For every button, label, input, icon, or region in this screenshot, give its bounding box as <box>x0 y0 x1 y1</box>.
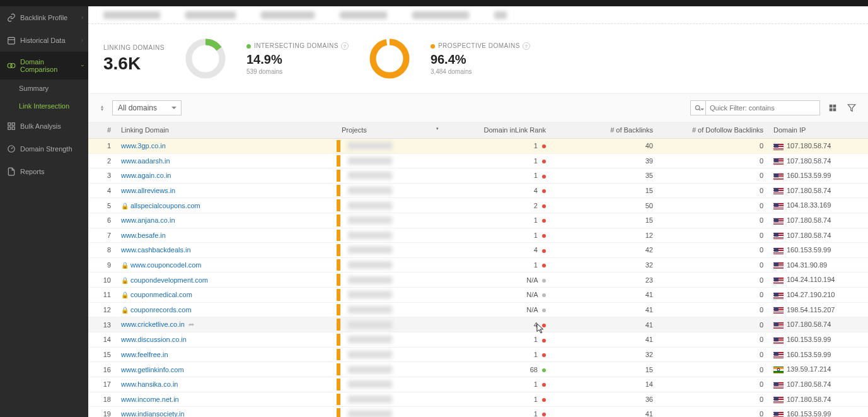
table-row[interactable]: 1www.3gp.co.in1 400107.180.58.74 <box>88 139 868 154</box>
table-toolbar: ▴▾ All domains <box>88 93 868 122</box>
row-domain: www.feelfree.in <box>116 347 337 362</box>
col-backlinks[interactable]: # of Backlinks <box>551 122 658 139</box>
linking-donut-chart <box>183 37 228 81</box>
table-row[interactable]: 8www.cashbackdeals.in4 420160.153.59.99 <box>88 243 868 258</box>
col-inlink-rank[interactable]: Domain inLink Rank <box>444 122 551 139</box>
table-row[interactable]: 2www.aadarsh.in1 390107.180.58.74 <box>88 153 868 168</box>
flag-icon <box>773 173 784 180</box>
row-index: 10 <box>88 273 116 288</box>
summary-stats: LINKING DOMAINS 3.6K INTERSECTING DOMAIN… <box>88 24 868 93</box>
svg-rect-6 <box>8 127 11 129</box>
table-row[interactable]: 3www.again.co.in1 350160.153.59.99 <box>88 168 868 184</box>
sidebar-item-bulk-analysis[interactable]: Bulk Analysis <box>0 115 88 138</box>
svg-rect-17 <box>830 109 833 112</box>
table-row[interactable]: 14www.discussion.co.in1 410160.153.59.99 <box>88 332 868 348</box>
lock-icon: 🔒 <box>121 262 129 269</box>
col-domain-ip[interactable]: Domain IP <box>768 122 868 139</box>
sidebar-label: Backlink Profile <box>20 14 67 21</box>
rank-dot-icon <box>542 383 546 387</box>
domain-link[interactable]: coupondevelopment.com <box>130 276 208 284</box>
filter-icon[interactable] <box>845 102 858 114</box>
domain-link[interactable]: www.besafe.in <box>121 232 166 239</box>
row-dofollow: 0 <box>658 243 768 258</box>
domain-link[interactable]: allspecialcoupons.com <box>130 202 200 209</box>
domain-link[interactable]: www.couponcodel.com <box>130 261 202 269</box>
help-icon[interactable]: ? <box>341 42 349 50</box>
row-domain: www.again.co.in <box>116 168 337 184</box>
row-dofollow: 0 <box>658 347 768 362</box>
row-projects <box>337 392 444 407</box>
row-rank: N/A <box>444 302 551 317</box>
table-row[interactable]: 15www.feelfree.in1 320160.153.59.99 <box>88 347 868 362</box>
domain-link[interactable]: www.discussion.co.in <box>121 336 187 343</box>
table-row[interactable]: 6www.anjana.co.in1 150107.180.58.74 <box>88 213 868 228</box>
table-row[interactable]: 4www.allreviews.in4 150107.180.58.74 <box>88 183 868 198</box>
row-dofollow: 0 <box>658 317 768 332</box>
sidebar: Backlink Profile › Historical Data › Dom… <box>0 0 88 417</box>
table-row[interactable]: 11🔒couponmedical.comN/A 410104.27.190.21… <box>88 287 868 302</box>
domain-link[interactable]: www.3gp.co.in <box>121 142 166 150</box>
row-backlinks: 42 <box>551 243 658 258</box>
domain-filter-dropdown[interactable]: All domains <box>112 100 182 115</box>
domain-link[interactable]: www.allreviews.in <box>121 187 175 194</box>
row-ip: 107.180.58.74 <box>768 213 868 228</box>
svg-line-14 <box>699 109 700 110</box>
table-row[interactable]: 18www.income.net.in1 360107.180.58.74 <box>88 392 868 407</box>
flag-icon <box>773 351 784 358</box>
table-row[interactable]: 16www.getlinkinfo.com68 150139.59.17.214 <box>88 362 868 377</box>
rank-dot-icon <box>542 413 546 416</box>
table-row[interactable]: 17www.hansika.co.in1 140107.180.58.74 <box>88 377 868 392</box>
table-row[interactable]: 10🔒coupondevelopment.comN/A 230104.24.11… <box>88 273 868 288</box>
domains-table-wrap[interactable]: # Linking Domain Projects▾ Domain inLink… <box>88 122 868 417</box>
domain-link[interactable]: www.getlinkinfo.com <box>121 366 184 373</box>
sidebar-item-historical-data[interactable]: Historical Data › <box>0 29 88 52</box>
table-row[interactable]: 5🔒allspecialcoupons.com2 500104.18.33.16… <box>88 198 868 213</box>
sidebar-sub-summary[interactable]: Summary <box>0 79 88 97</box>
col-projects[interactable]: Projects▾ <box>337 122 444 139</box>
col-dofollow[interactable]: # of Dofollow Backlinks <box>658 122 768 139</box>
domain-link[interactable]: www.indiansociety.in <box>121 410 185 417</box>
row-backlinks: 36 <box>551 392 658 407</box>
row-ip: 160.153.59.99 <box>768 332 868 348</box>
domain-link[interactable]: www.anjana.co.in <box>121 216 175 224</box>
col-index[interactable]: # <box>88 122 116 139</box>
domain-link[interactable]: www.again.co.in <box>121 172 171 179</box>
domain-link[interactable]: www.feelfree.in <box>121 351 168 358</box>
domain-link[interactable]: www.cashbackdeals.in <box>121 246 191 254</box>
row-projects <box>337 139 444 154</box>
table-row[interactable]: 12🔒couponrecords.comN/A 410198.54.115.20… <box>88 302 868 317</box>
table-row[interactable]: 13www.cricketlive.co.in➦4 410107.180.58.… <box>88 317 868 332</box>
domain-link[interactable]: couponmedical.com <box>130 291 192 298</box>
help-icon[interactable]: ? <box>523 42 530 50</box>
sidebar-sub-link-intersection[interactable]: Link Intersection <box>0 97 88 115</box>
row-ip: 104.24.110.194 <box>768 273 868 288</box>
compare-icon <box>6 61 16 71</box>
share-icon[interactable]: ➦ <box>188 320 194 328</box>
row-ip: 107.180.58.74 <box>768 183 868 198</box>
domain-link[interactable]: www.hansika.co.in <box>121 380 178 388</box>
sidebar-item-backlink-profile[interactable]: Backlink Profile › <box>0 6 88 29</box>
row-projects <box>337 302 444 317</box>
quick-filter-input[interactable] <box>706 102 819 114</box>
domain-link[interactable]: www.aadarsh.in <box>121 157 170 165</box>
row-projects <box>337 257 444 273</box>
domain-link[interactable]: couponrecords.com <box>130 306 192 314</box>
table-row[interactable]: 19www.indiansociety.in1 410160.153.59.99 <box>88 407 868 417</box>
rank-dot-icon <box>542 144 546 148</box>
row-ip: 160.153.59.99 <box>768 243 868 258</box>
row-ip: 107.180.58.74 <box>768 377 868 392</box>
row-rank: 2 <box>444 198 551 213</box>
domain-link[interactable]: www.cricketlive.co.in <box>121 320 185 328</box>
expand-collapse-handle[interactable]: ▴▾ <box>98 105 106 111</box>
grid-view-icon[interactable] <box>826 102 839 114</box>
sidebar-item-domain-strength[interactable]: Domain Strength <box>0 138 88 160</box>
table-row[interactable]: 7www.besafe.in1 120107.180.58.74 <box>88 228 868 243</box>
col-linking-domain[interactable]: Linking Domain <box>116 122 337 139</box>
search-icon[interactable] <box>691 101 706 115</box>
sidebar-item-domain-comparison[interactable]: Domain Comparison › <box>0 52 88 79</box>
row-projects <box>337 153 444 168</box>
svg-point-13 <box>695 105 699 109</box>
domain-link[interactable]: www.income.net.in <box>121 396 179 403</box>
table-row[interactable]: 9🔒www.couponcodel.com1 320104.31.90.89 <box>88 257 868 273</box>
sidebar-item-reports[interactable]: Reports <box>0 160 88 183</box>
